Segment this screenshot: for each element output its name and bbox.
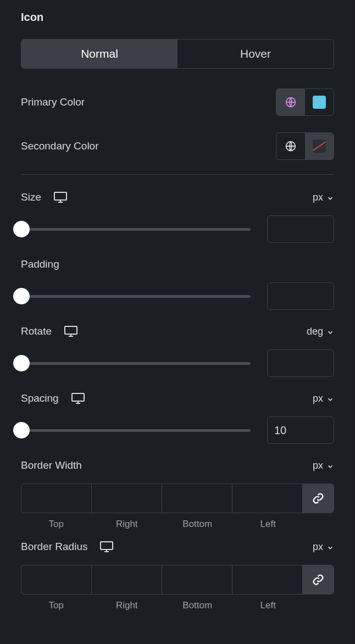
chevron-down-icon	[326, 193, 334, 201]
monitor-icon[interactable]	[99, 541, 114, 553]
secondary-color-label: Secondary Color	[21, 140, 99, 152]
spacing-unit-select[interactable]: px	[313, 393, 334, 404]
tab-hover[interactable]: Hover	[178, 40, 334, 68]
primary-color-global-button[interactable]	[276, 89, 305, 115]
border-width-right-input[interactable]	[92, 484, 162, 513]
border-width-bottom-input[interactable]	[162, 484, 232, 513]
monitor-icon[interactable]	[53, 191, 68, 203]
spacing-label: Spacing	[21, 392, 59, 404]
slider-thumb[interactable]	[13, 422, 30, 438]
border-width-side-labels: Top Right Bottom Left	[21, 519, 334, 530]
rotate-slider[interactable]	[13, 355, 251, 371]
border-width-inputs	[21, 484, 334, 513]
primary-color-label: Primary Color	[21, 96, 85, 108]
state-tabs: Normal Hover	[21, 39, 334, 69]
tab-normal[interactable]: Normal	[21, 40, 178, 68]
size-unit-select[interactable]: px	[313, 192, 334, 203]
section-title: Icon	[21, 11, 334, 24]
padding-input[interactable]	[267, 282, 334, 310]
divider	[21, 174, 334, 175]
link-icon	[312, 574, 324, 586]
chevron-down-icon	[326, 543, 334, 551]
link-icon	[312, 492, 324, 504]
rotate-input[interactable]	[267, 349, 334, 377]
padding-slider[interactable]	[13, 288, 251, 304]
svg-rect-5	[101, 542, 113, 549]
primary-color-swatch	[313, 96, 326, 109]
border-radius-label: Border Radius	[21, 541, 87, 553]
size-unit: px	[313, 192, 323, 203]
size-input[interactable]	[267, 215, 334, 243]
secondary-color-swatch-button[interactable]	[305, 133, 334, 159]
border-width-control: Border Width px Top Right Bottom Left	[21, 459, 334, 530]
padding-label: Padding	[21, 258, 59, 270]
monitor-icon[interactable]	[71, 392, 85, 404]
border-radius-control: Border Radius px Top Right Bottom Left	[21, 541, 334, 611]
spacing-input[interactable]	[267, 417, 334, 444]
padding-control: Padding	[21, 258, 334, 310]
border-width-unit: px	[313, 460, 323, 471]
globe-icon	[285, 140, 297, 152]
border-radius-left-input[interactable]	[232, 565, 303, 594]
size-slider[interactable]	[13, 221, 251, 237]
side-label-left: Left	[233, 600, 304, 611]
rotate-unit-select[interactable]: deg	[307, 326, 334, 337]
rotate-unit: deg	[307, 326, 323, 337]
primary-color-row: Primary Color	[21, 86, 334, 118]
border-radius-top-input[interactable]	[21, 565, 92, 594]
border-radius-bottom-input[interactable]	[162, 565, 232, 594]
secondary-color-row: Secondary Color	[21, 130, 334, 162]
side-label-bottom: Bottom	[162, 519, 233, 530]
chevron-down-icon	[326, 462, 334, 469]
chevron-down-icon	[326, 327, 334, 335]
side-label-top: Top	[21, 600, 92, 611]
primary-color-toggle	[276, 88, 334, 116]
border-width-left-input[interactable]	[232, 484, 303, 513]
spacing-unit: px	[313, 393, 323, 404]
border-width-link-button[interactable]	[303, 484, 334, 513]
globe-icon	[285, 96, 297, 108]
rotate-label: Rotate	[21, 325, 52, 337]
slider-thumb[interactable]	[13, 221, 30, 237]
svg-rect-2	[54, 192, 66, 200]
chevron-down-icon	[326, 395, 334, 402]
size-label: Size	[21, 191, 41, 203]
svg-rect-4	[72, 393, 84, 401]
rotate-control: Rotate deg	[21, 325, 334, 377]
border-width-unit-select[interactable]: px	[313, 460, 334, 471]
border-radius-right-input[interactable]	[92, 565, 162, 594]
border-radius-link-button[interactable]	[303, 565, 334, 594]
no-color-icon	[313, 140, 326, 153]
slider-thumb[interactable]	[13, 355, 30, 371]
secondary-color-toggle	[276, 132, 334, 160]
svg-rect-3	[65, 326, 77, 334]
border-radius-unit: px	[313, 541, 323, 553]
monitor-icon[interactable]	[64, 325, 78, 337]
side-label-top: Top	[21, 519, 92, 530]
spacing-control: Spacing px	[21, 392, 334, 444]
size-control: Size px	[21, 191, 334, 243]
slider-thumb[interactable]	[13, 288, 30, 304]
side-label-left: Left	[233, 519, 304, 530]
border-width-top-input[interactable]	[21, 484, 92, 513]
border-radius-inputs	[21, 565, 334, 595]
spacing-slider[interactable]	[13, 422, 251, 438]
secondary-color-global-button[interactable]	[276, 133, 305, 159]
primary-color-swatch-button[interactable]	[305, 89, 334, 115]
side-label-bottom: Bottom	[162, 600, 233, 611]
border-width-label: Border Width	[21, 459, 82, 471]
side-label-right: Right	[92, 519, 163, 530]
border-radius-unit-select[interactable]: px	[313, 541, 334, 553]
border-radius-side-labels: Top Right Bottom Left	[21, 600, 334, 611]
side-label-right: Right	[92, 600, 163, 611]
